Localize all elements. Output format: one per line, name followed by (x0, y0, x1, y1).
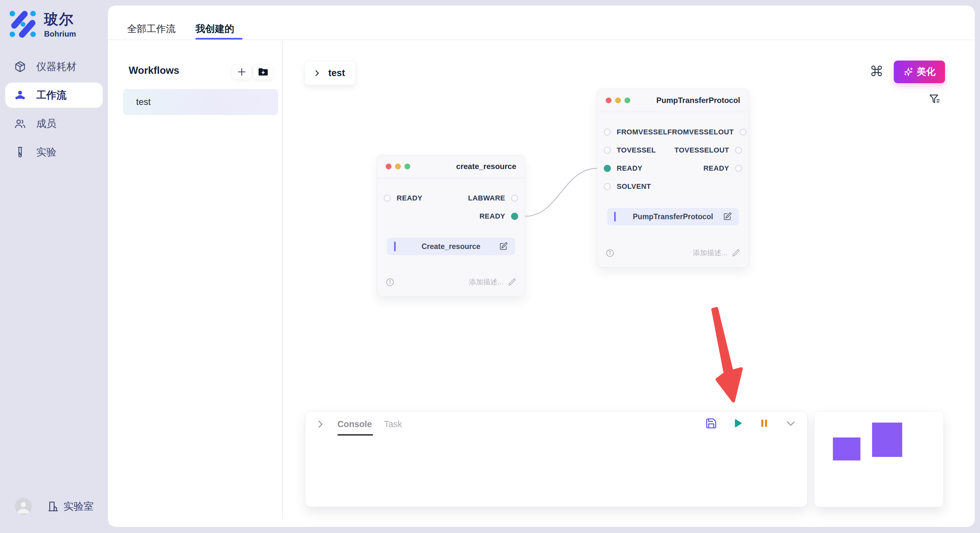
lab-label: 实验室 (64, 500, 94, 513)
sidebar-item-label: 成员 (36, 117, 56, 130)
app-logo: 玻尔 Bohrium (10, 10, 76, 38)
console-expand-icon[interactable] (315, 419, 325, 429)
sidebar-item-instruments[interactable]: 仪器耗材 (5, 54, 103, 79)
node-header: PumpTransferProtocol (597, 89, 749, 112)
minimap-node-create-resource (833, 438, 861, 460)
node-action-create-resource[interactable]: Create_resource (387, 238, 515, 255)
sidebar-item-label: 仪器耗材 (36, 60, 76, 73)
input-port-fromvessel[interactable]: FROMVESSEL (604, 128, 668, 136)
beautify-label: 美化 (917, 65, 935, 78)
save-button[interactable] (705, 417, 717, 429)
input-port-ready[interactable]: READY (604, 164, 643, 173)
port-circle[interactable] (735, 147, 742, 154)
add-workflow-button[interactable] (232, 64, 252, 80)
logo-subtitle: Bohrium (44, 30, 76, 38)
info-icon[interactable] (386, 278, 395, 287)
output-port-tovesselout[interactable]: TOVESSELOUT (675, 146, 742, 154)
info-icon[interactable] (606, 249, 614, 257)
node-footer: 添加描述... (597, 239, 749, 267)
port-row: SOLVENT (597, 178, 749, 195)
minimap[interactable] (815, 411, 944, 507)
node-title: PumpTransferProtocol (656, 96, 740, 105)
sparkles-icon (903, 67, 913, 77)
pencil-icon[interactable] (732, 249, 740, 257)
input-port-tovessel[interactable]: TOVESSEL (604, 146, 656, 154)
description-area[interactable]: 添加描述... (469, 277, 516, 287)
sidebar-item-label: 工作流 (36, 89, 67, 102)
sidebar-item-label: 实验 (36, 145, 56, 159)
node-action-pump-transfer[interactable]: PumpTransferProtocol (607, 208, 739, 225)
import-folder-button[interactable] (253, 64, 273, 80)
lab-switcher[interactable]: 实验室 (47, 500, 94, 513)
node-pump-transfer-protocol[interactable]: PumpTransferProtocol FROMVESSEL FROMVESS… (597, 89, 749, 268)
console-tab-underline (337, 434, 373, 436)
filter-icon (929, 93, 941, 105)
avatar[interactable] (15, 498, 32, 515)
sidebar-item-experiments[interactable]: 实验 (5, 140, 103, 165)
collapse-console-button[interactable] (784, 417, 797, 429)
output-port-labware[interactable]: LABWARE (468, 194, 518, 202)
node-create-resource[interactable]: create_resource READY LABWARE R (377, 155, 525, 297)
port-circle[interactable] (511, 195, 518, 202)
header-divider (108, 40, 975, 40)
port-row: FROMVESSEL FROMVESSELOUT (597, 123, 749, 141)
port-circle[interactable] (735, 165, 742, 172)
port-circle[interactable] (604, 128, 611, 136)
port-row: TOVESSEL TOVESSELOUT (597, 141, 749, 159)
port-circle[interactable] (604, 183, 611, 190)
command-icon (870, 65, 883, 78)
output-port-ready[interactable]: READY (479, 212, 518, 220)
input-port-solvent[interactable]: SOLVENT (604, 182, 651, 191)
tab-all-workflows[interactable]: 全部工作流 (127, 22, 176, 36)
dot-green (625, 97, 630, 103)
sidebar-item-workflow[interactable]: 工作流 (5, 82, 103, 108)
chevron-right-icon (313, 69, 321, 78)
folder-download-icon (258, 67, 269, 78)
minimap-node-pump-transfer (872, 423, 902, 457)
filter-button[interactable] (929, 93, 941, 105)
port-row: READY (377, 207, 525, 225)
console-panel: Console Task (305, 411, 808, 507)
annotation-red-arrow (713, 309, 741, 401)
description-area[interactable]: 添加描述... (693, 248, 740, 258)
port-circle[interactable] (740, 128, 747, 136)
command-palette-button[interactable] (870, 65, 883, 78)
breadcrumb-label: test (328, 68, 345, 78)
input-port-ready[interactable]: READY (384, 194, 423, 202)
console-actions (705, 417, 797, 429)
port-circle[interactable] (384, 195, 391, 202)
port-circle[interactable] (604, 147, 611, 154)
dot-red (386, 163, 391, 169)
pause-icon (758, 417, 770, 429)
output-port-ready[interactable]: READY (703, 164, 742, 173)
building-icon (47, 501, 59, 512)
edit-icon[interactable] (499, 242, 508, 251)
pause-button[interactable] (758, 417, 770, 429)
breadcrumb[interactable]: test (305, 61, 355, 85)
node-header: create_resource (377, 155, 525, 178)
pencil-icon[interactable] (508, 278, 516, 286)
workflow-list-item-test[interactable]: test (123, 89, 278, 115)
panel-divider (282, 41, 283, 519)
beautify-button[interactable]: 美化 (894, 60, 945, 83)
edit-icon[interactable] (723, 212, 732, 221)
logo-title: 玻尔 (44, 10, 76, 29)
connection-edge (525, 168, 597, 216)
run-button[interactable] (732, 417, 744, 429)
output-port-fromvesselout[interactable]: FROMVESSELOUT (668, 128, 747, 136)
port-circle-connected[interactable] (604, 165, 611, 172)
ports: READY LABWARE READY (377, 189, 525, 225)
sidebar: 玻尔 Bohrium 仪器耗材 工作流 (0, 0, 108, 533)
sidebar-menu: 仪器耗材 工作流 成员 (5, 54, 103, 165)
port-circle-connected[interactable] (511, 213, 518, 220)
sidebar-user-row: 实验室 (15, 498, 94, 515)
node-footer: 添加描述... (377, 268, 525, 296)
plus-icon (237, 67, 247, 77)
traffic-dots (606, 97, 630, 103)
sidebar-item-members[interactable]: 成员 (5, 111, 103, 136)
tab-console[interactable]: Console (337, 419, 372, 429)
tab-task[interactable]: Task (384, 419, 402, 429)
tab-my-created[interactable]: 我创建的 (196, 22, 234, 36)
dot-green (404, 163, 410, 169)
members-icon (14, 118, 26, 130)
